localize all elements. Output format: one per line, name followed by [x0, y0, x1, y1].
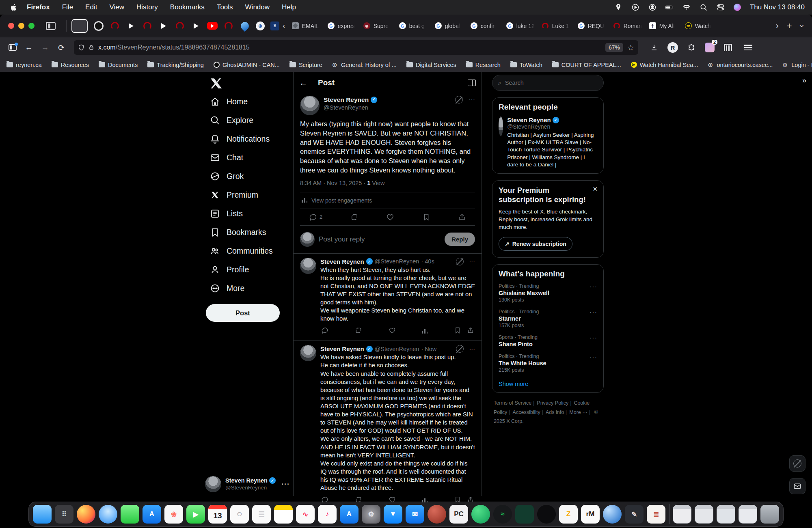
tab-confin[interactable]: confin	[467, 20, 503, 32]
close-window-button[interactable]	[8, 23, 14, 29]
dock-app-store-icon[interactable]: A	[143, 505, 161, 524]
dock-dark-green-circle-app-icon[interactable]: ≈	[493, 505, 512, 524]
bookmarks-overflow-chevron[interactable]: »	[802, 76, 806, 85]
reply-action-icon[interactable]	[321, 327, 328, 336]
pinned-tab-red-arc[interactable]	[175, 21, 185, 31]
bookmark-watch-hannibal[interactable]: Watch Hannibal Sea...	[631, 62, 698, 68]
address-text[interactable]: x.com/StevenReynen/status/19889637487452…	[98, 44, 605, 51]
url-bar[interactable]: x.com/StevenReynen/status/19889637487452…	[74, 40, 638, 55]
tab-requ[interactable]: REQU	[574, 20, 610, 32]
bookmark-ghostadmin[interactable]: GhostADMIN - CAN...	[214, 62, 280, 68]
menu-item[interactable]: File	[62, 3, 73, 11]
analytics-action-icon[interactable]	[422, 329, 428, 334]
trend-item[interactable]: Politics · Trending Starmer 157K posts ·…	[499, 309, 597, 328]
tab-expres[interactable]: expres	[324, 20, 360, 32]
trend-item[interactable]: Sports · Trending Shane Pinto ···	[499, 334, 597, 347]
post-author-handle[interactable]: @StevenReynen	[324, 104, 368, 111]
grok-actions-icon[interactable]	[456, 345, 464, 353]
pinned-tab-youtube[interactable]	[207, 22, 218, 30]
renew-subscription-button[interactable]: ↗Renew subscription	[499, 237, 572, 251]
reply-author-name[interactable]: Steven Reynen	[320, 258, 364, 265]
dock-pencil-app-icon[interactable]: ✎	[625, 505, 644, 524]
reload-button[interactable]: ⟳	[54, 41, 68, 54]
menu-item[interactable]: View	[109, 3, 124, 11]
extensions-puzzle-icon[interactable]	[685, 41, 698, 54]
sidebar-item-profile[interactable]: Profile	[205, 260, 290, 279]
reply-composer[interactable]: Post your reply Reply	[294, 226, 482, 254]
avatar[interactable]	[300, 96, 320, 115]
forward-button[interactable]: →	[38, 41, 52, 54]
connection-lock-icon[interactable]	[89, 44, 94, 51]
bookmark-documents[interactable]: Documents	[99, 62, 138, 68]
downloads-icon[interactable]	[647, 41, 661, 54]
dock-blue-triangle-app-icon[interactable]: ▼	[384, 505, 402, 524]
pinned-tab-red-arc[interactable]	[223, 21, 234, 31]
minimize-window-button[interactable]	[18, 23, 24, 29]
pinned-tab-circle[interactable]	[93, 21, 104, 31]
sidebar-toggle-icon[interactable]	[6, 41, 19, 54]
footer-link[interactable]: More ···	[569, 409, 587, 415]
bookmark-scripture[interactable]: Scripture	[289, 62, 322, 68]
post-more-dots-icon[interactable]: ···	[469, 96, 475, 103]
sidebar-item-chat[interactable]: Chat	[205, 148, 290, 167]
bookmark-login-ionos[interactable]: Login - IONOS	[782, 62, 812, 68]
dock-green-figure-app-icon[interactable]	[515, 505, 534, 524]
tab-luke-1[interactable]: Luke 1	[539, 20, 574, 32]
list-all-tabs-icon[interactable]: ›	[796, 24, 807, 27]
tab-watch[interactable]: Watch	[682, 20, 717, 32]
dock-trash-icon[interactable]	[760, 505, 779, 524]
trend-more-dots-icon[interactable]: ···	[590, 283, 597, 291]
page-zoom-badge[interactable]: 67%	[605, 43, 623, 52]
menu-item[interactable]: Help	[282, 3, 296, 11]
show-more-link[interactable]: Show more	[499, 381, 528, 387]
tab-luke-12[interactable]: luke 12	[503, 20, 539, 32]
bookmark-action-icon[interactable]	[422, 213, 430, 221]
menu-item[interactable]: Window	[245, 3, 270, 11]
pinned-tab-video[interactable]	[158, 21, 169, 31]
dock-minimized-window-icon[interactable]	[695, 505, 713, 524]
reply-author-handle[interactable]: @StevenReynen	[375, 346, 419, 352]
dock-z-app-icon[interactable]: Z	[559, 505, 578, 524]
dock-minimized-window-icon[interactable]	[739, 505, 757, 524]
dock-media-wave-icon[interactable]: ∿	[296, 505, 315, 524]
sidebar-item-grok[interactable]: Grok	[205, 167, 290, 185]
trend-item[interactable]: Politics · Trending The White House 215K…	[499, 353, 597, 373]
footer-link[interactable]: Terms of Service	[494, 400, 531, 406]
bookmark-research[interactable]: Research	[466, 62, 501, 68]
reply-submit-button[interactable]: Reply	[445, 233, 475, 246]
dock-safari-icon[interactable]	[99, 505, 117, 524]
menu-bar-clock[interactable]: Thu Nov 13 08:40	[750, 3, 805, 11]
location-status-icon[interactable]	[614, 3, 622, 11]
bookmark-reynen-ca[interactable]: reynen.ca	[6, 62, 42, 68]
view-engagements-row[interactable]: View post engagements	[300, 192, 475, 209]
spotlight-search-icon[interactable]	[700, 3, 708, 11]
scroll-tabs-left-icon[interactable]: ‹	[283, 21, 285, 30]
search-input[interactable]	[505, 80, 598, 86]
dock-reminders-icon[interactable]: ☰	[252, 505, 271, 524]
messages-floating-button[interactable]	[789, 478, 806, 494]
reply-action-icon[interactable]: 2	[309, 213, 322, 221]
avatar[interactable]	[300, 345, 316, 361]
pinned-tab-crest[interactable]	[270, 22, 279, 30]
control-center-icon[interactable]	[717, 3, 725, 11]
tab-supre[interactable]: Supre	[360, 20, 396, 32]
dock-blue-a-app-icon[interactable]: A	[340, 505, 358, 524]
grok-floating-button[interactable]	[789, 455, 806, 472]
pinned-tab-red-arc[interactable]	[142, 21, 153, 31]
reader-mode-icon[interactable]	[468, 80, 476, 86]
dock-red-circle-app-icon[interactable]	[428, 505, 446, 524]
menu-app-name[interactable]: Firefox	[27, 3, 50, 11]
extension-with-badge-icon[interactable]	[705, 43, 715, 52]
tab-my-alt[interactable]: My Alt	[646, 20, 682, 32]
post-button[interactable]: Post	[206, 304, 280, 322]
tracking-protection-shield-icon[interactable]	[78, 44, 84, 51]
tab-roman[interactable]: Roman	[610, 20, 646, 32]
sidebar-item-more[interactable]: More	[205, 279, 290, 297]
sidebar-item-explore[interactable]: Explore	[205, 111, 290, 129]
dock-remarkable-icon[interactable]: rM	[581, 505, 600, 524]
tab-global[interactable]: global	[432, 20, 467, 32]
dock-firefox-icon[interactable]	[77, 505, 95, 524]
dock-contacts-icon[interactable]: ☺	[230, 505, 249, 524]
tab-best-g[interactable]: best g	[396, 20, 432, 32]
dock-facetime-icon[interactable]: ▶	[186, 505, 205, 524]
